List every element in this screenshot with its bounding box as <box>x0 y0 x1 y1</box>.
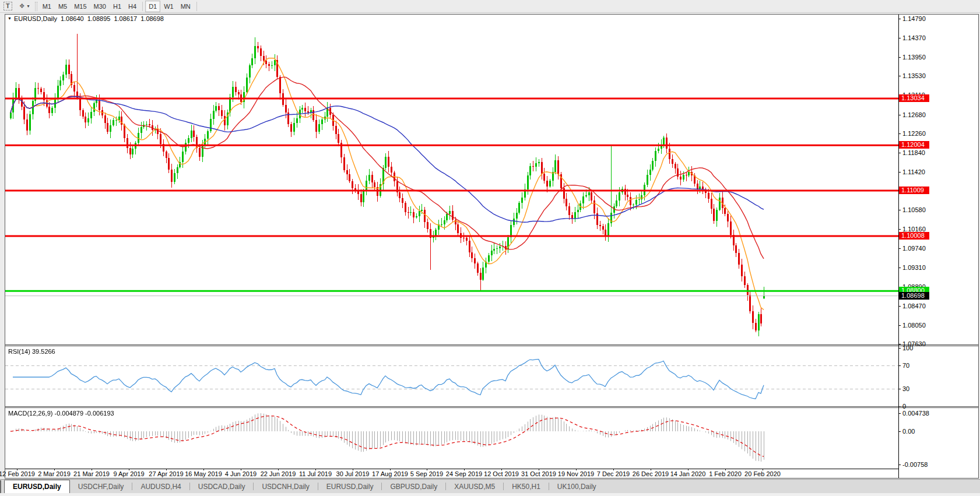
price-axis-tick <box>898 57 901 58</box>
mt4-terminal: T ❖ ▾ M1M5M15M30H1H4D1W1MN ▼ EURUSD,Dail… <box>0 0 980 496</box>
price-axis-label: 1.12680 <box>902 111 926 118</box>
date-axis-label: 31 Oct 2019 <box>518 470 560 477</box>
status-strip <box>0 493 980 496</box>
price-axis-tick <box>898 133 901 134</box>
rsi-axis-label: 0 <box>902 403 906 410</box>
price-chart-canvas[interactable] <box>5 22 898 344</box>
chart-dropdown-icon[interactable]: ▼ <box>8 16 12 20</box>
chart-tab-usdcad-daily[interactable]: USDCAD,Daily <box>190 480 254 493</box>
price-axis-label: 1.09740 <box>902 245 926 252</box>
price-axis-label: 1.13950 <box>902 54 926 61</box>
date-axis-label: 19 Nov 2019 <box>555 470 597 477</box>
chart-tab-bar: EURUSD,DailyUSDCHF,DailyAUDUSD,H4USDCAD,… <box>0 479 980 493</box>
rsi-axis-label: 100 <box>902 344 913 351</box>
date-axis-label: 4 Jun 2019 <box>220 470 262 477</box>
date-axis-label: 5 Sep 2019 <box>406 470 448 477</box>
chart-tab-usdchf-daily[interactable]: USDCHF,Daily <box>70 480 132 493</box>
price-axis-tick <box>898 306 901 307</box>
chart-tab-eurusd-daily[interactable]: EURUSD,Daily <box>4 480 70 493</box>
price-axis-label: 1.11420 <box>902 168 925 175</box>
arrange-charts-button[interactable]: ❖ ▾ <box>16 1 33 12</box>
current-price-badge: 1.08698 <box>899 292 929 300</box>
price-axis-label: 1.09310 <box>902 264 926 271</box>
price-axis-tick <box>898 210 901 210</box>
price-axis-label: 1.11840 <box>902 149 925 156</box>
timeframe-button-m1[interactable]: M1 <box>39 1 55 12</box>
date-axis-label: 24 Sep 2019 <box>443 470 485 477</box>
macd-axis-label: 0.004738 <box>902 410 929 417</box>
price-axis-label: 1.14370 <box>902 34 926 41</box>
level-price-badge: 1.11009 <box>899 187 929 194</box>
rsi-axis-tick <box>898 365 901 366</box>
rsi-pane-canvas[interactable] <box>5 346 898 406</box>
chart-title-bar: ▼ EURUSD,Daily 1.086401.088951.086171.08… <box>5 15 978 22</box>
price-axis-label: 1.14790 <box>902 15 926 22</box>
timeframe-button-h1[interactable]: H1 <box>110 1 125 12</box>
chart-tab-xauusd-m5[interactable]: XAUUSD,M5 <box>446 480 503 493</box>
price-axis-tick <box>898 19 901 19</box>
rsi-axis-tick <box>898 389 901 389</box>
chart-tab-audusd-h4[interactable]: AUDUSD,H4 <box>132 480 189 493</box>
rsi-axis-label: 70 <box>902 362 909 369</box>
date-axis-label: 21 Mar 2019 <box>71 470 113 477</box>
chart-tab-usdcnh-daily[interactable]: USDCNH,Daily <box>254 480 317 493</box>
close-value: 1.08698 <box>140 15 164 22</box>
date-axis-label: 12 Oct 2019 <box>480 470 522 477</box>
chart-tab-eurusd-daily[interactable]: EURUSD,Daily <box>318 480 382 493</box>
chevron-down-icon: ▾ <box>27 3 30 9</box>
price-axis-tick <box>898 248 901 249</box>
macd-axis-label: 0.00 <box>902 428 915 435</box>
price-axis-label: 1.13530 <box>902 72 926 79</box>
macd-axis-tick <box>898 413 901 414</box>
chart-window: ▼ EURUSD,Daily 1.086401.088951.086171.08… <box>5 14 979 479</box>
arrange-icon: ❖ <box>19 2 25 10</box>
price-axis-tick <box>898 268 901 268</box>
rsi-axis-tick <box>898 406 901 407</box>
price-axis-label: 1.08470 <box>902 302 926 309</box>
chart-tab-hk50-h1[interactable]: HK50,H1 <box>504 480 549 493</box>
rsi-axis-label: 30 <box>902 385 909 392</box>
macd-axis-tick <box>898 465 901 465</box>
timeframe-button-d1[interactable]: D1 <box>145 1 160 12</box>
macd-axis-tick <box>898 431 901 432</box>
price-axis-label: 1.08050 <box>902 322 926 329</box>
macd-label: MACD(12,26,9) -0.004879 -0.006193 <box>8 410 114 417</box>
macd-signal-value: -0.006193 <box>85 410 114 417</box>
price-axis: 1.147901.143701.139501.135301.131101.126… <box>898 15 979 478</box>
timeframe-button-m15[interactable]: M15 <box>71 1 90 12</box>
open-value: 1.08640 <box>61 15 84 22</box>
date-axis-label: 22 Jun 2019 <box>257 470 299 477</box>
timeframe-button-m5[interactable]: M5 <box>55 1 71 12</box>
tab-bar-grip[interactable] <box>0 480 3 493</box>
date-axis-label: 30 Jul 2019 <box>332 470 374 477</box>
chart-tab-uk100-daily[interactable]: UK100,Daily <box>549 480 605 493</box>
date-axis: 12 Feb 20192 Mar 201921 Mar 20199 Apr 20… <box>5 469 898 478</box>
timeframe-button-mn[interactable]: MN <box>177 1 194 12</box>
date-axis-label: 17 Aug 2019 <box>369 470 411 477</box>
price-axis-tick <box>898 229 901 230</box>
macd-pane-canvas[interactable] <box>5 408 898 469</box>
toolbar-grip <box>35 2 37 11</box>
rsi-axis-tick <box>898 348 901 349</box>
date-axis-label: 7 Dec 2019 <box>592 470 634 477</box>
level-price-badge: 1.12004 <box>899 141 929 149</box>
timeframe-button-m30[interactable]: M30 <box>90 1 110 12</box>
toolbar: T ❖ ▾ M1M5M15M30H1H4D1W1MN <box>0 0 980 13</box>
date-axis-label: 14 Jan 2020 <box>667 470 709 477</box>
price-axis-tick <box>898 344 901 344</box>
date-axis-label: 2 Mar 2019 <box>33 470 75 477</box>
price-axis-tick <box>898 76 901 76</box>
date-axis-label: 20 Feb 2020 <box>742 470 784 477</box>
price-axis-tick <box>898 38 901 38</box>
macd-axis-label: -0.00758 <box>902 461 928 468</box>
chart-tab-gbpusd-daily[interactable]: GBPUSD,Daily <box>382 480 445 493</box>
date-axis-label: 9 Apr 2019 <box>108 470 150 477</box>
timeframe-toolbar: M1M5M15M30H1H4D1W1MN <box>39 1 199 12</box>
timeframe-button-h4[interactable]: H4 <box>125 1 140 12</box>
date-axis-label: 12 Feb 2019 <box>0 470 38 477</box>
date-axis-label: 27 Apr 2019 <box>145 470 187 477</box>
text-tool-button[interactable]: T <box>0 1 16 12</box>
text-tool-icon: T <box>3 2 12 10</box>
timeframe-button-w1[interactable]: W1 <box>160 1 177 12</box>
low-value: 1.08617 <box>114 15 137 22</box>
